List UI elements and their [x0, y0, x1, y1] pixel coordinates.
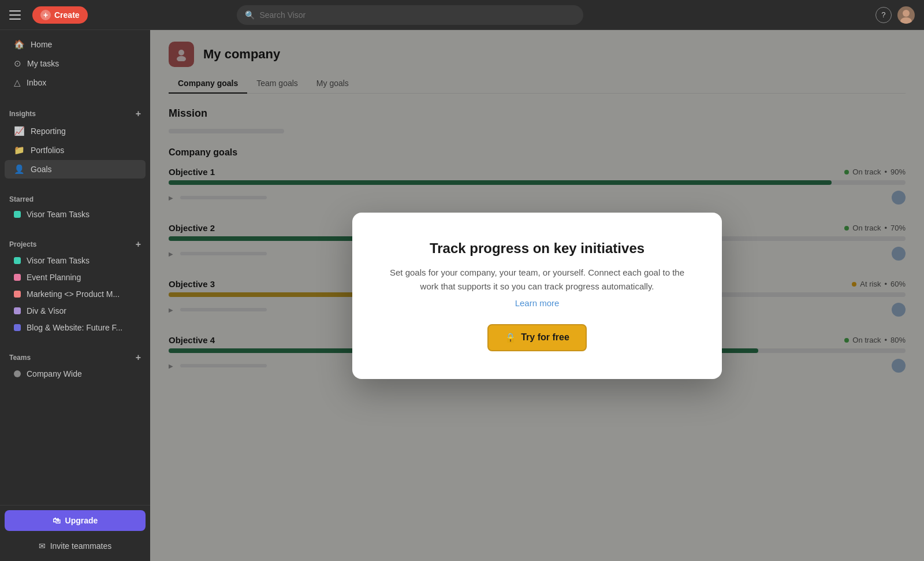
- sidebar-teams-section: Teams + Company Wide: [0, 341, 150, 387]
- sidebar-item-label: Company Wide: [27, 369, 82, 378]
- sidebar-item-portfolios[interactable]: 📁 Portfolios: [5, 141, 146, 159]
- sidebar-item-my-tasks[interactable]: ⊙ My tasks: [5, 54, 146, 73]
- teams-add-button[interactable]: +: [136, 352, 141, 363]
- sidebar-item-label: Div & Visor: [27, 306, 66, 315]
- sidebar-item-blog-website[interactable]: Blog & Website: Future F...: [5, 319, 146, 336]
- sidebar: 🏠 Home ⊙ My tasks △ Inbox Insights + 📈 R…: [0, 30, 150, 561]
- svg-point-1: [900, 17, 912, 24]
- modal-overlay[interactable]: Track progress on key initiatives Set go…: [150, 30, 924, 561]
- sidebar-starred-section: Starred Visor Team Tasks: [0, 184, 150, 228]
- sidebar-item-company-wide[interactable]: Company Wide: [5, 366, 146, 382]
- goals-icon: 👤: [14, 164, 25, 174]
- project-dot: [14, 211, 21, 218]
- lock-icon: 🔒: [505, 332, 516, 343]
- sidebar-item-label: Goals: [31, 165, 52, 174]
- plus-icon: +: [40, 10, 51, 20]
- sidebar-bottom: 🛍 Upgrade ✉ Invite teammates: [0, 505, 150, 561]
- topbar-right: ?: [875, 6, 915, 24]
- sidebar-item-visor-team-tasks[interactable]: Visor Team Tasks: [5, 252, 146, 269]
- search-bar: 🔍: [237, 5, 583, 25]
- sidebar-item-label: Inbox: [27, 78, 46, 87]
- sidebar-item-home[interactable]: 🏠 Home: [5, 35, 146, 54]
- modal: Track progress on key initiatives Set go…: [352, 213, 722, 379]
- portfolios-icon: 📁: [14, 145, 25, 155]
- sidebar-item-label: Visor Team Tasks: [27, 210, 90, 219]
- content-area: My company Company goals Team goals My g…: [150, 30, 924, 561]
- project-dot: [14, 370, 21, 377]
- invite-teammates-button[interactable]: ✉ Invite teammates: [5, 536, 146, 556]
- menu-icon[interactable]: [9, 7, 25, 23]
- help-button[interactable]: ?: [875, 7, 892, 23]
- projects-add-button[interactable]: +: [136, 239, 141, 250]
- sidebar-projects-header: Projects +: [0, 232, 150, 252]
- modal-title: Track progress on key initiatives: [385, 240, 690, 257]
- upgrade-label: Upgrade: [65, 516, 98, 525]
- inbox-icon: △: [14, 77, 21, 88]
- sidebar-item-label: Portfolios: [31, 146, 64, 155]
- home-icon: 🏠: [14, 39, 25, 50]
- sidebar-teams-header: Teams +: [0, 345, 150, 365]
- project-dot: [14, 291, 21, 298]
- upgrade-icon: 🛍: [53, 516, 61, 525]
- invite-icon: ✉: [39, 541, 46, 551]
- project-dot: [14, 307, 21, 314]
- section-title: Projects: [9, 240, 36, 248]
- sidebar-item-inbox[interactable]: △ Inbox: [5, 73, 146, 92]
- sidebar-item-reporting[interactable]: 📈 Reporting: [5, 122, 146, 140]
- svg-point-0: [903, 10, 910, 17]
- sidebar-item-label: Reporting: [31, 127, 66, 136]
- sidebar-item-marketing[interactable]: Marketing <> Product M...: [5, 286, 146, 302]
- main-layout: 🏠 Home ⊙ My tasks △ Inbox Insights + 📈 R…: [0, 30, 924, 561]
- section-title: Teams: [9, 354, 31, 362]
- sidebar-nav-section: 🏠 Home ⊙ My tasks △ Inbox: [0, 30, 150, 97]
- search-input[interactable]: [259, 10, 575, 20]
- sidebar-item-event-planning[interactable]: Event Planning: [5, 269, 146, 285]
- sidebar-item-label: Event Planning: [27, 273, 81, 282]
- check-icon: ⊙: [14, 58, 21, 69]
- topbar: + Create 🔍 ?: [0, 0, 924, 30]
- project-dot: [14, 257, 21, 264]
- section-title: Starred: [9, 195, 33, 203]
- sidebar-item-label: Visor Team Tasks: [27, 256, 90, 265]
- sidebar-item-label: Home: [31, 40, 52, 49]
- sidebar-item-label: Marketing <> Product M...: [27, 289, 120, 299]
- sidebar-item-visor-starred[interactable]: Visor Team Tasks: [5, 206, 146, 222]
- modal-cta-button[interactable]: 🔒 Try for free: [487, 324, 587, 351]
- sidebar-item-label: My tasks: [27, 59, 59, 68]
- modal-description: Set goals for your company, your team, o…: [385, 266, 690, 293]
- avatar[interactable]: [897, 6, 915, 24]
- section-title: Insights: [9, 110, 36, 118]
- sidebar-insights-header: Insights +: [0, 102, 150, 121]
- create-button[interactable]: + Create: [32, 6, 88, 24]
- modal-learn-more-link[interactable]: Learn more: [385, 298, 690, 308]
- sidebar-item-goals[interactable]: 👤 Goals: [5, 160, 146, 179]
- invite-label: Invite teammates: [50, 541, 112, 551]
- reporting-icon: 📈: [14, 126, 25, 136]
- sidebar-item-label: Blog & Website: Future F...: [27, 323, 122, 332]
- insights-add-button[interactable]: +: [136, 109, 141, 119]
- create-label: Create: [54, 10, 80, 20]
- search-icon: 🔍: [245, 10, 255, 20]
- project-dot: [14, 274, 21, 281]
- project-dot: [14, 324, 21, 331]
- sidebar-starred-header: Starred: [0, 188, 150, 206]
- upgrade-button[interactable]: 🛍 Upgrade: [5, 510, 146, 531]
- modal-cta-label: Try for free: [521, 332, 569, 343]
- sidebar-item-div-visor[interactable]: Div & Visor: [5, 303, 146, 319]
- sidebar-insights-section: Insights + 📈 Reporting 📁 Portfolios 👤 Go…: [0, 97, 150, 184]
- sidebar-projects-section: Projects + Visor Team Tasks Event Planni…: [0, 228, 150, 341]
